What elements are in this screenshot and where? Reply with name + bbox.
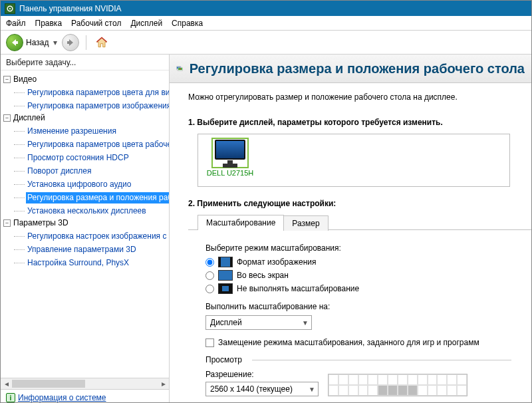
tab-scaling[interactable]: Масштабирование [198, 215, 284, 230]
home-button[interactable] [93, 34, 110, 51]
svg-point-6 [180, 68, 181, 69]
page-header: Регулировка размера и положения рабочего… [170, 55, 531, 83]
settings-tabs: Масштабирование Размер [198, 215, 531, 230]
tree-group-3d[interactable]: Параметры 3D [13, 217, 68, 229]
tree-toggle-3d[interactable]: − [3, 219, 11, 227]
back-label: Назад [26, 38, 49, 47]
window-title: Панель управления NVIDIA [19, 4, 122, 13]
tree-item-manage-3d[interactable]: Управление параметрами 3D [26, 244, 138, 255]
page-title: Регулировка размера и положения рабочего… [190, 61, 525, 76]
menu-desktop[interactable]: Рабочий стол [71, 19, 121, 28]
tree-item-change-res[interactable]: Изменение разрешения [26, 126, 118, 137]
menu-help[interactable]: Справка [172, 19, 203, 28]
toolbar: Назад ▾ [1, 31, 531, 55]
tree-item-digital-audio[interactable]: Установка цифрового аудио [26, 179, 132, 190]
radio-aspect-label: Формат изображения [237, 257, 316, 267]
tab-size[interactable]: Размер [283, 215, 328, 231]
fullscreen-icon [218, 270, 233, 281]
menu-display[interactable]: Дисплей [130, 19, 162, 28]
content-area: Регулировка размера и положения рабочего… [170, 55, 531, 402]
toolbar-separator [86, 35, 86, 50]
system-info-link[interactable]: Информация о системе [18, 393, 106, 402]
tree-item-video-color[interactable]: Регулировка параметров цвета для вид [26, 87, 169, 98]
radio-aspect[interactable] [205, 258, 214, 267]
back-dropdown-icon[interactable]: ▾ [51, 38, 59, 47]
tree-item-hdcp[interactable]: Просмотр состояния HDCP [26, 152, 130, 164]
perform-on-select[interactable]: Дисплей ▼ [205, 315, 312, 330]
no-scaling-icon [218, 283, 233, 294]
resolution-label: Разрешение: [205, 370, 319, 379]
tree-toggle-display[interactable]: − [3, 114, 11, 122]
nvidia-app-icon [5, 3, 15, 14]
display-selector: DELL U2715H [198, 134, 510, 187]
menubar: Файл Правка Рабочий стол Дисплей Справка [1, 16, 531, 31]
display-item-dell[interactable]: DELL U2715H [203, 138, 257, 177]
preview-label: Просмотр [205, 355, 511, 364]
svg-point-1 [9, 7, 11, 9]
step1-title: 1. Выберите дисплей, параметры которого … [188, 118, 531, 127]
sidebar: Выберите задачу... −Видео Регулировка па… [1, 55, 170, 402]
task-header: Выберите задачу... [1, 55, 169, 70]
scaling-mode-label: Выберите режим масштабирования: [205, 243, 531, 253]
tree-group-video[interactable]: Видео [13, 74, 37, 85]
override-label: Замещение режима масштабирования, заданн… [218, 338, 479, 347]
radio-no-scaling[interactable] [205, 285, 214, 293]
page-header-icon [176, 59, 183, 78]
override-checkbox[interactable] [205, 338, 214, 347]
info-icon: i [6, 393, 15, 402]
display-label: DELL U2715H [207, 169, 254, 177]
chevron-down-icon: ▼ [302, 319, 309, 327]
chevron-down-icon: ▼ [309, 386, 315, 393]
scroll-left-icon[interactable]: ◂ [1, 378, 12, 389]
tree-group-display[interactable]: Дисплей [13, 112, 45, 124]
titlebar: Панель управления NVIDIA [1, 1, 531, 16]
radio-fullscreen[interactable] [205, 271, 214, 280]
resolution-value: 2560 x 1440 (текущее) [210, 384, 293, 394]
tree-item-adjust-size-position[interactable]: Регулировка размера и положения рабоч [26, 192, 169, 203]
resolution-select[interactable]: 2560 x 1440 (текущее) ▼ [205, 382, 319, 396]
aspect-ratio-icon [218, 257, 233, 267]
menu-edit[interactable]: Правка [35, 19, 63, 28]
tree-item-surround-physx[interactable]: Настройка Surround, PhysX [26, 257, 130, 269]
preview-pattern [328, 374, 467, 396]
tree-item-3d-image[interactable]: Регулировка настроек изображения с пр [26, 231, 169, 242]
back-arrow-icon [6, 34, 23, 51]
monitor-icon [212, 138, 248, 168]
radio-fullscreen-label: Во весь экран [237, 271, 289, 280]
back-button[interactable]: Назад ▾ [6, 34, 59, 51]
menu-file[interactable]: Файл [6, 19, 26, 28]
tree-item-desktop-color[interactable]: Регулировка параметров цвета рабочег [26, 139, 169, 150]
tree-item-multi-display[interactable]: Установка нескольких дисплеев [26, 205, 148, 217]
scaling-panel: Выберите режим масштабирования: Формат и… [188, 229, 531, 396]
tree-item-rotate[interactable]: Поворот дисплея [26, 166, 93, 177]
tree-toggle-video[interactable]: − [3, 76, 11, 83]
radio-no-scaling-label: Не выполнять масштабирование [237, 284, 359, 293]
tree-item-video-image[interactable]: Регулировка параметров изображения д [26, 100, 169, 112]
preview-label-text: Просмотр [205, 355, 242, 364]
task-tree[interactable]: −Видео Регулировка параметров цвета для … [1, 70, 169, 378]
intro-text: Можно отрегулировать размер и положение … [188, 92, 531, 102]
scroll-right-icon[interactable]: ▸ [158, 378, 169, 389]
scroll-thumb[interactable] [12, 380, 85, 388]
sidebar-horizontal-scrollbar[interactable]: ◂ ▸ [1, 378, 169, 389]
step2-title: 2. Применить следующие настройки: [188, 199, 531, 208]
perform-on-value: Дисплей [210, 318, 242, 327]
forward-button[interactable] [62, 34, 79, 51]
perform-on-label: Выполнить масштабирование на: [205, 302, 531, 311]
